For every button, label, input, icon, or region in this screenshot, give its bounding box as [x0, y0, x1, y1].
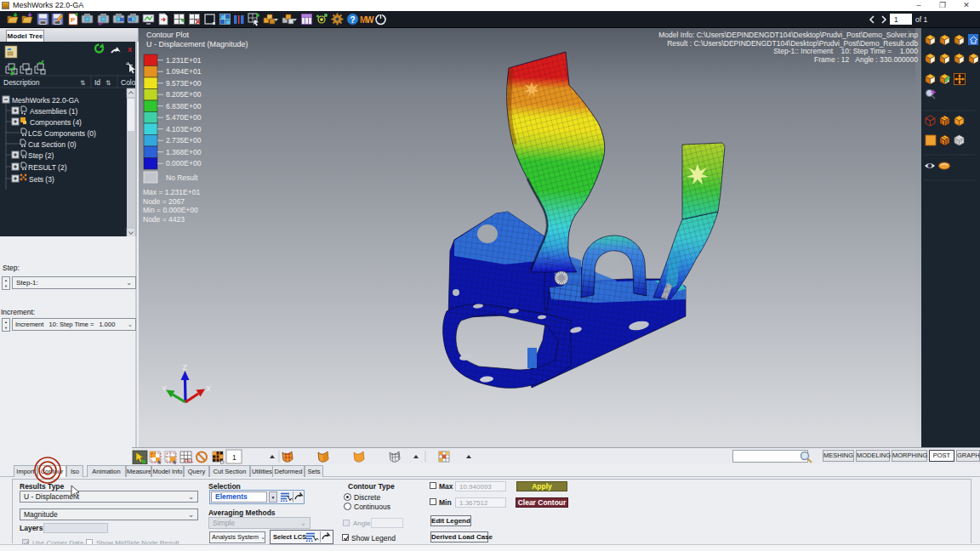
- svg-text:4.103E+00: 4.103E+00: [166, 125, 202, 133]
- svg-text:2.735E+00: 2.735E+00: [166, 136, 202, 145]
- svg-text:Contour Plot: Contour Plot: [146, 31, 190, 39]
- svg-text:1: 1: [232, 453, 236, 462]
- svg-text:Z: Z: [183, 363, 188, 372]
- svg-text:Model Info: C:\Users\DEPINDENG: Model Info: C:\Users\DEPINDENGDT104\Desk…: [658, 31, 918, 39]
- svg-text:5.470E+00: 5.470E+00: [166, 113, 202, 122]
- svg-text:Y: Y: [162, 384, 167, 393]
- svg-text:Cut Section (0): Cut Section (0): [28, 140, 77, 149]
- svg-text:P: P: [71, 16, 76, 24]
- svg-text:Min = 0.000E+00: Min = 0.000E+00: [143, 206, 198, 214]
- svg-text:Step-1:: Increment 10: Step: Step-1:: Increment 10: Step Time = 1.000: [773, 47, 918, 55]
- svg-text:Frame : 12 Angle : 330.00000: Frame : 12 Angle : 330.000000: [814, 55, 918, 64]
- svg-text:⇅: ⇅: [80, 79, 86, 87]
- svg-text:U - Displacement (Magnitude): U - Displacement (Magnitude): [146, 40, 248, 48]
- svg-text:⇅: ⇅: [105, 79, 111, 87]
- svg-text:Step (2): Step (2): [28, 151, 54, 160]
- svg-text:MeshWorks 22.0-GA: MeshWorks 22.0-GA: [12, 96, 79, 105]
- svg-text:Node = 4423: Node = 4423: [143, 215, 185, 224]
- svg-text:X: X: [206, 384, 211, 393]
- svg-text:Node = 2067: Node = 2067: [143, 197, 185, 206]
- svg-text:9.573E+00: 9.573E+00: [166, 79, 202, 88]
- svg-text:Colou: Colou: [121, 78, 135, 87]
- svg-text:x: x: [128, 45, 132, 54]
- svg-text:1.368E+00: 1.368E+00: [166, 148, 202, 156]
- svg-text:1.231E+01: 1.231E+01: [166, 56, 202, 65]
- svg-text:6.838E+00: 6.838E+00: [166, 102, 202, 111]
- svg-text:Max = 1.231E+01: Max = 1.231E+01: [143, 188, 200, 196]
- svg-text:FILL: FILL: [185, 458, 194, 463]
- svg-text:LCS Components (0): LCS Components (0): [28, 129, 96, 138]
- svg-text:?: ?: [350, 15, 356, 25]
- svg-text:1.094E+01: 1.094E+01: [166, 67, 202, 76]
- svg-text:W: W: [366, 15, 374, 25]
- svg-text:Assemblies (1): Assemblies (1): [30, 107, 77, 116]
- svg-text:Components (4): Components (4): [30, 118, 82, 127]
- svg-text:1: 1: [894, 15, 898, 24]
- svg-text:Id: Id: [94, 78, 100, 87]
- svg-text:of 1: of 1: [915, 15, 927, 24]
- svg-text:0.000E+00: 0.000E+00: [166, 159, 202, 168]
- svg-text:RESULT (2): RESULT (2): [28, 163, 67, 172]
- svg-text:Sets (3): Sets (3): [29, 175, 54, 184]
- svg-text:Description: Description: [3, 78, 40, 87]
- svg-text:No Result: No Result: [166, 173, 198, 182]
- svg-text:8.205E+00: 8.205E+00: [166, 90, 202, 99]
- svg-text:Result : C:\Users\DEPINDENGDT1: Result : C:\Users\DEPINDENGDT104\Desktop…: [667, 39, 918, 48]
